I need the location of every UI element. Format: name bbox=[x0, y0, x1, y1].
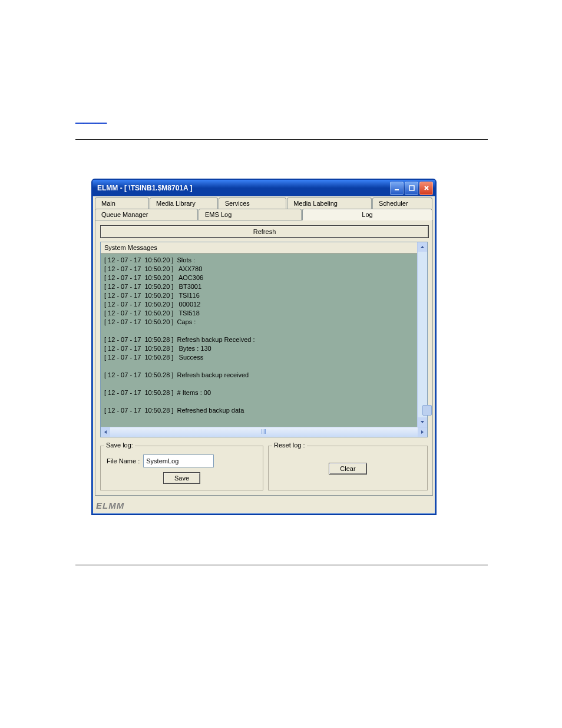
window-controls bbox=[390, 182, 433, 195]
tab-row-2: Queue Manager EMS Log Log bbox=[92, 209, 435, 220]
scroll-thumb[interactable] bbox=[422, 405, 432, 416]
top-link[interactable]: ________ bbox=[75, 116, 107, 124]
scroll-right-button[interactable] bbox=[418, 427, 427, 437]
scroll-up-button[interactable] bbox=[418, 242, 427, 252]
maximize-button[interactable] bbox=[405, 182, 418, 195]
footer-brand: ELMM bbox=[92, 498, 435, 514]
tab-main[interactable]: Main bbox=[95, 197, 149, 209]
tab-scheduler[interactable]: Scheduler bbox=[372, 197, 432, 209]
filename-label: File Name : bbox=[107, 457, 140, 465]
log-listbox: System Messages [ 12 - 07 - 17 10:50.20 … bbox=[100, 242, 428, 437]
svg-rect-1 bbox=[409, 186, 414, 190]
reset-log-group: Reset log : Clear bbox=[268, 446, 428, 490]
save-log-legend: Save log: bbox=[104, 442, 135, 449]
minimize-button[interactable] bbox=[390, 182, 404, 195]
hscroll-track[interactable] bbox=[110, 427, 418, 437]
svg-rect-0 bbox=[395, 189, 399, 190]
window-title: ELMM - [ \TSINB1.$M8701A ] bbox=[97, 184, 193, 192]
close-button[interactable] bbox=[419, 182, 433, 195]
app-window: ELMM - [ \TSINB1.$M8701A ] Main Media Li… bbox=[91, 179, 437, 515]
save-button[interactable]: Save bbox=[163, 472, 200, 484]
tab-log[interactable]: Log bbox=[302, 209, 432, 220]
tab-media-labeling[interactable]: Media Labeling bbox=[287, 197, 372, 209]
tab-panel-log: Refresh System Messages [ 12 - 07 - 17 1… bbox=[95, 220, 433, 496]
log-body[interactable]: [ 12 - 07 - 17 10:50.20 ] Slots : [ 12 -… bbox=[101, 253, 427, 427]
horizontal-scrollbar[interactable] bbox=[101, 427, 427, 437]
title-bar: ELMM - [ \TSINB1.$M8701A ] bbox=[92, 180, 435, 196]
log-column-header: System Messages bbox=[101, 242, 427, 253]
tab-services[interactable]: Services bbox=[219, 197, 287, 209]
scroll-left-button[interactable] bbox=[101, 427, 110, 437]
tab-row-1: Main Media Library Services Media Labeli… bbox=[92, 196, 435, 209]
reset-log-legend: Reset log : bbox=[272, 442, 307, 449]
vertical-scrollbar[interactable] bbox=[417, 242, 427, 427]
tab-media-library[interactable]: Media Library bbox=[150, 197, 218, 209]
scroll-down-button[interactable] bbox=[418, 417, 427, 427]
filename-input[interactable] bbox=[143, 454, 214, 467]
refresh-button[interactable]: Refresh bbox=[100, 225, 429, 238]
tab-ems-log[interactable]: EMS Log bbox=[199, 209, 302, 220]
save-log-group: Save log: File Name : Save bbox=[100, 446, 263, 490]
clear-button[interactable]: Clear bbox=[329, 463, 366, 475]
tab-queue-manager[interactable]: Queue Manager bbox=[95, 209, 198, 220]
